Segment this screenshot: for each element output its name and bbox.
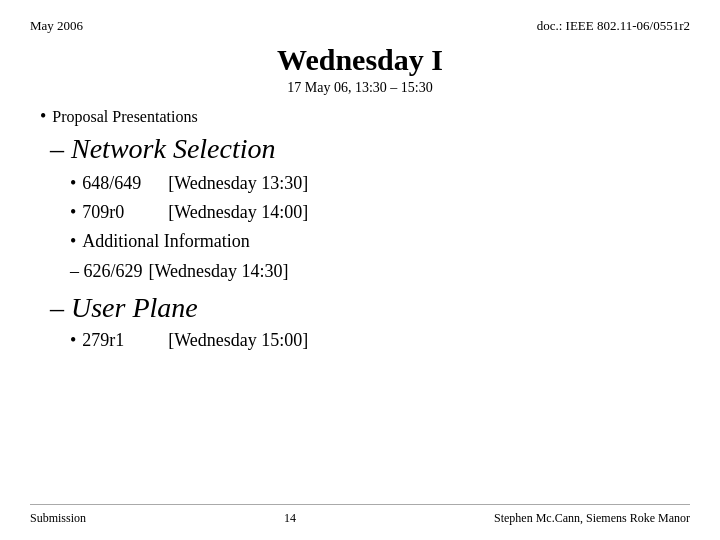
bullet-dot-3: • — [70, 229, 76, 254]
header-right: doc.: IEEE 802.11-06/0551r2 — [537, 18, 690, 34]
bullet-dot-1: • — [70, 171, 76, 196]
slide-subtitle: 17 May 06, 13:30 – 15:30 — [30, 80, 690, 96]
header-bar: May 2006 doc.: IEEE 802.11-06/0551r2 — [30, 18, 690, 34]
bullet-item-3: • Additional Information — [70, 229, 680, 254]
bullet-label-1: 648/649 — [82, 171, 162, 196]
top-bullet-text: Proposal Presentations — [52, 108, 197, 126]
bullet-time-1: [Wednesday 13:30] — [168, 171, 308, 196]
sub-bullet-item: – 626/629 [Wednesday 14:30] — [70, 259, 680, 284]
section1-bullet-list: • 648/649 [Wednesday 13:30] • 709r0 [Wed… — [40, 171, 680, 255]
section2-bullet-list: • 279r1 [Wednesday 15:00] — [40, 328, 680, 353]
bullet-label-3: Additional Information — [82, 229, 249, 254]
sub-bullet: – 626/629 [Wednesday 14:30] — [40, 259, 680, 284]
section2-bullet-time-1: [Wednesday 15:00] — [168, 328, 308, 353]
sub-bullet-time: [Wednesday 14:30] — [149, 259, 289, 284]
footer-center: 14 — [86, 511, 494, 526]
content: • Proposal Presentations – Network Selec… — [30, 102, 690, 504]
title-section: Wednesday I 17 May 06, 13:30 – 15:30 — [30, 42, 690, 96]
bullet-item-1: • 648/649 [Wednesday 13:30] — [70, 171, 680, 196]
bullet-dot-2: • — [70, 200, 76, 225]
section2-bullet-item-1: • 279r1 [Wednesday 15:00] — [70, 328, 680, 353]
bullet-label-2: 709r0 — [82, 200, 162, 225]
sub-bullet-prefix: – 626/629 — [70, 259, 143, 284]
slide: May 2006 doc.: IEEE 802.11-06/0551r2 Wed… — [0, 0, 720, 540]
footer-right: Stephen Mc.Cann, Siemens Roke Manor — [494, 511, 690, 526]
section2-bullet-dot-1: • — [70, 328, 76, 353]
bullet-time-2: [Wednesday 14:00] — [168, 200, 308, 225]
top-bullet-dot: • — [40, 106, 46, 127]
section2-heading: – User Plane — [40, 292, 680, 324]
header-left: May 2006 — [30, 18, 83, 34]
slide-title: Wednesday I — [30, 42, 690, 78]
footer-left: Submission — [30, 511, 86, 526]
footer-bar: Submission 14 Stephen Mc.Cann, Siemens R… — [30, 504, 690, 526]
section2-bullet-label-1: 279r1 — [82, 328, 162, 353]
top-bullet: • Proposal Presentations — [40, 106, 680, 127]
section1-heading: – Network Selection — [40, 133, 680, 165]
bullet-item-2: • 709r0 [Wednesday 14:00] — [70, 200, 680, 225]
